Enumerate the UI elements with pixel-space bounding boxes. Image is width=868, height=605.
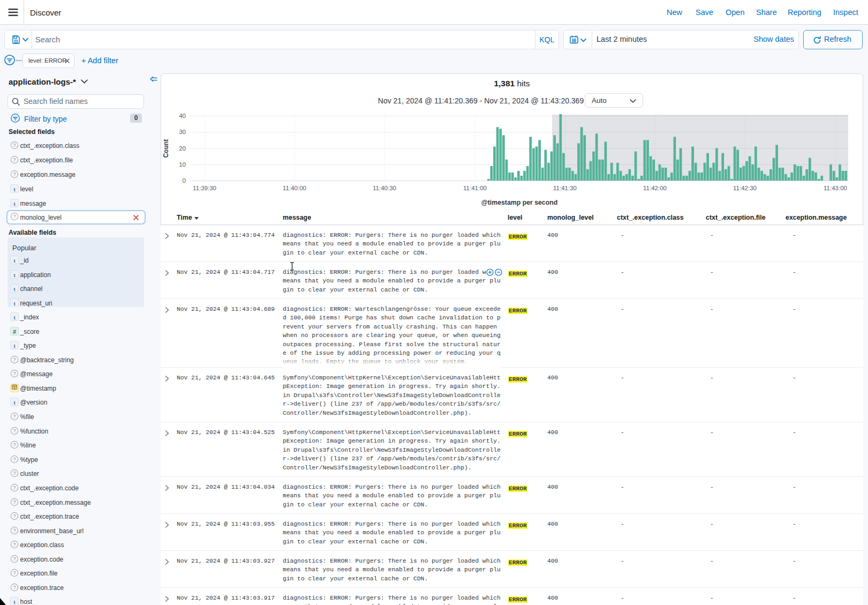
svg-text:?: ?: [13, 485, 16, 490]
svg-text:?: ?: [13, 171, 16, 177]
svg-text:?: ?: [13, 157, 16, 162]
svg-text:11:43:00: 11:43:00: [824, 185, 847, 191]
svg-text:11:40:30: 11:40:30: [373, 185, 396, 191]
svg-text:Count: Count: [162, 139, 170, 158]
svg-text:?: ?: [13, 143, 16, 148]
svg-text:11:41:00: 11:41:00: [463, 185, 487, 191]
svg-text:?: ?: [13, 214, 16, 219]
svg-text:?: ?: [13, 357, 16, 362]
svg-text:20: 20: [179, 145, 186, 152]
svg-text:0: 0: [183, 177, 186, 184]
svg-text:?: ?: [13, 457, 16, 462]
svg-text:@timestamp per second: @timestamp per second: [481, 199, 558, 206]
svg-text:?: ?: [13, 585, 16, 590]
svg-text:11:39:30: 11:39:30: [193, 185, 216, 191]
svg-text:?: ?: [13, 542, 16, 547]
svg-text:11:42:00: 11:42:00: [643, 185, 667, 191]
svg-text:30: 30: [179, 129, 186, 135]
svg-text:?: ?: [13, 414, 16, 419]
svg-text:?: ?: [13, 470, 16, 476]
svg-text:?: ?: [13, 442, 16, 447]
svg-text:10: 10: [179, 161, 186, 168]
svg-text:?: ?: [13, 428, 16, 434]
svg-text:?: ?: [13, 371, 16, 376]
svg-text:11:41:30: 11:41:30: [553, 185, 577, 191]
svg-text:?: ?: [13, 570, 16, 576]
svg-text:?: ?: [13, 528, 16, 533]
svg-text:11:42:30: 11:42:30: [733, 185, 757, 191]
svg-text:40: 40: [179, 113, 186, 119]
svg-text:?: ?: [13, 556, 16, 562]
svg-text:?: ?: [13, 499, 16, 505]
svg-text:?: ?: [13, 513, 16, 519]
svg-text:11:40:00: 11:40:00: [283, 185, 306, 191]
